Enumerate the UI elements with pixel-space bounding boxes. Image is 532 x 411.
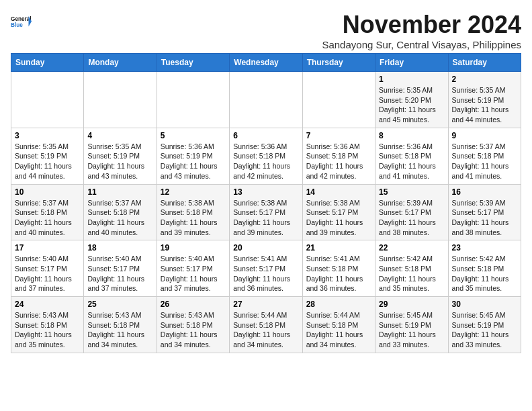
day-number: 10 (15, 187, 80, 197)
day-info: Sunrise: 5:40 AMSunset: 5:17 PMDaylight:… (161, 254, 226, 293)
calendar-cell (11, 72, 84, 128)
calendar-cell: 6Sunrise: 5:36 AMSunset: 5:18 PMDaylight… (230, 128, 302, 184)
day-number: 19 (161, 243, 226, 253)
calendar-cell: 27Sunrise: 5:44 AMSunset: 5:18 PMDayligh… (230, 297, 302, 353)
day-number: 9 (452, 131, 517, 140)
calendar-cell: 20Sunrise: 5:41 AMSunset: 5:17 PMDayligh… (230, 240, 302, 297)
day-info: Sunrise: 5:45 AMSunset: 5:19 PMDaylight:… (379, 310, 444, 350)
day-info: Sunrise: 5:38 AMSunset: 5:17 PMDaylight:… (233, 198, 298, 238)
svg-text:Blue: Blue (11, 22, 23, 28)
day-info: Sunrise: 5:45 AMSunset: 5:19 PMDaylight:… (452, 310, 517, 350)
logo-icon: GeneralBlue (11, 11, 32, 32)
day-info: Sunrise: 5:43 AMSunset: 5:18 PMDaylight:… (161, 310, 226, 350)
day-number: 12 (161, 187, 226, 197)
calendar-row-5: 24Sunrise: 5:43 AMSunset: 5:18 PMDayligh… (11, 297, 521, 353)
day-number: 13 (233, 187, 298, 197)
day-number: 18 (87, 243, 152, 253)
day-info: Sunrise: 5:37 AMSunset: 5:18 PMDaylight:… (87, 198, 152, 238)
header-monday: Monday (84, 54, 157, 72)
day-number: 6 (233, 131, 298, 140)
svg-text:General: General (11, 16, 32, 22)
calendar-cell: 21Sunrise: 5:41 AMSunset: 5:18 PMDayligh… (302, 240, 375, 297)
calendar-cell: 26Sunrise: 5:43 AMSunset: 5:18 PMDayligh… (157, 297, 229, 353)
header-tuesday: Tuesday (157, 54, 229, 72)
header-thursday: Thursday (302, 54, 375, 72)
calendar-cell: 29Sunrise: 5:45 AMSunset: 5:19 PMDayligh… (375, 297, 448, 353)
day-number: 28 (306, 300, 371, 309)
month-title: November 2024 (322, 11, 521, 39)
day-info: Sunrise: 5:35 AMSunset: 5:19 PMDaylight:… (452, 85, 517, 125)
day-info: Sunrise: 5:35 AMSunset: 5:19 PMDaylight:… (87, 142, 152, 181)
day-info: Sunrise: 5:35 AMSunset: 5:20 PMDaylight:… (379, 85, 444, 125)
calendar-cell: 1Sunrise: 5:35 AMSunset: 5:20 PMDaylight… (375, 72, 448, 128)
day-number: 7 (306, 131, 371, 140)
calendar-cell: 7Sunrise: 5:36 AMSunset: 5:18 PMDaylight… (302, 128, 375, 184)
calendar-body: 1Sunrise: 5:35 AMSunset: 5:20 PMDaylight… (11, 72, 521, 353)
calendar-cell: 23Sunrise: 5:42 AMSunset: 5:18 PMDayligh… (448, 240, 521, 297)
calendar-cell: 2Sunrise: 5:35 AMSunset: 5:19 PMDaylight… (448, 72, 521, 128)
calendar-cell (302, 72, 375, 128)
calendar-cell (230, 72, 302, 128)
calendar-cell: 9Sunrise: 5:37 AMSunset: 5:18 PMDaylight… (448, 128, 521, 184)
calendar-row-2: 3Sunrise: 5:35 AMSunset: 5:19 PMDaylight… (11, 128, 521, 184)
day-info: Sunrise: 5:40 AMSunset: 5:17 PMDaylight:… (87, 254, 152, 293)
day-info: Sunrise: 5:36 AMSunset: 5:18 PMDaylight:… (379, 142, 444, 181)
day-number: 23 (452, 243, 517, 253)
day-number: 2 (452, 75, 517, 84)
title-block: November 2024 Sandayong Sur, Central Vis… (322, 11, 521, 50)
calendar-cell: 5Sunrise: 5:36 AMSunset: 5:19 PMDaylight… (157, 128, 229, 184)
calendar-cell: 10Sunrise: 5:37 AMSunset: 5:18 PMDayligh… (11, 184, 84, 240)
day-header-row: SundayMondayTuesdayWednesdayThursdayFrid… (11, 54, 521, 72)
header-wednesday: Wednesday (230, 54, 302, 72)
calendar-cell: 12Sunrise: 5:38 AMSunset: 5:18 PMDayligh… (157, 184, 229, 240)
calendar-cell (84, 72, 157, 128)
day-info: Sunrise: 5:43 AMSunset: 5:18 PMDaylight:… (15, 310, 80, 350)
page-header: GeneralBlue General Blue November 2024 S… (11, 11, 521, 50)
location-subtitle: Sandayong Sur, Central Visayas, Philippi… (322, 39, 521, 50)
day-info: Sunrise: 5:37 AMSunset: 5:18 PMDaylight:… (15, 198, 80, 238)
calendar-cell: 24Sunrise: 5:43 AMSunset: 5:18 PMDayligh… (11, 297, 84, 353)
day-info: Sunrise: 5:43 AMSunset: 5:18 PMDaylight:… (87, 310, 152, 350)
calendar-cell: 19Sunrise: 5:40 AMSunset: 5:17 PMDayligh… (157, 240, 229, 297)
calendar-row-1: 1Sunrise: 5:35 AMSunset: 5:20 PMDaylight… (11, 72, 521, 128)
day-number: 25 (87, 300, 152, 309)
day-number: 20 (233, 243, 298, 253)
day-number: 24 (15, 300, 80, 309)
day-number: 15 (379, 187, 444, 197)
calendar-cell: 18Sunrise: 5:40 AMSunset: 5:17 PMDayligh… (84, 240, 157, 297)
day-info: Sunrise: 5:35 AMSunset: 5:19 PMDaylight:… (15, 142, 80, 181)
calendar-cell: 14Sunrise: 5:38 AMSunset: 5:17 PMDayligh… (302, 184, 375, 240)
day-info: Sunrise: 5:38 AMSunset: 5:18 PMDaylight:… (161, 198, 226, 238)
header-saturday: Saturday (448, 54, 521, 72)
header-sunday: Sunday (11, 54, 84, 72)
day-info: Sunrise: 5:40 AMSunset: 5:17 PMDaylight:… (15, 254, 80, 293)
day-number: 30 (452, 300, 517, 309)
calendar-cell: 8Sunrise: 5:36 AMSunset: 5:18 PMDaylight… (375, 128, 448, 184)
day-number: 14 (306, 187, 371, 197)
calendar-cell (157, 72, 229, 128)
day-info: Sunrise: 5:36 AMSunset: 5:18 PMDaylight:… (233, 142, 298, 181)
day-number: 8 (379, 131, 444, 140)
day-number: 4 (87, 131, 152, 140)
day-info: Sunrise: 5:36 AMSunset: 5:19 PMDaylight:… (161, 142, 226, 181)
calendar-cell: 4Sunrise: 5:35 AMSunset: 5:19 PMDaylight… (84, 128, 157, 184)
day-number: 29 (379, 300, 444, 309)
day-number: 21 (306, 243, 371, 253)
day-info: Sunrise: 5:41 AMSunset: 5:17 PMDaylight:… (233, 254, 298, 293)
calendar-cell: 28Sunrise: 5:44 AMSunset: 5:18 PMDayligh… (302, 297, 375, 353)
day-info: Sunrise: 5:41 AMSunset: 5:18 PMDaylight:… (306, 254, 371, 293)
day-info: Sunrise: 5:39 AMSunset: 5:17 PMDaylight:… (452, 198, 517, 238)
day-number: 11 (87, 187, 152, 197)
day-info: Sunrise: 5:38 AMSunset: 5:17 PMDaylight:… (306, 198, 371, 238)
day-info: Sunrise: 5:36 AMSunset: 5:18 PMDaylight:… (306, 142, 371, 181)
calendar-table: SundayMondayTuesdayWednesdayThursdayFrid… (11, 53, 521, 353)
calendar-cell: 17Sunrise: 5:40 AMSunset: 5:17 PMDayligh… (11, 240, 84, 297)
day-number: 1 (379, 75, 444, 84)
day-info: Sunrise: 5:42 AMSunset: 5:18 PMDaylight:… (452, 254, 517, 293)
day-number: 3 (15, 131, 80, 140)
calendar-row-3: 10Sunrise: 5:37 AMSunset: 5:18 PMDayligh… (11, 184, 521, 240)
day-info: Sunrise: 5:44 AMSunset: 5:18 PMDaylight:… (233, 310, 298, 350)
logo: GeneralBlue General Blue (11, 11, 32, 32)
day-info: Sunrise: 5:44 AMSunset: 5:18 PMDaylight:… (306, 310, 371, 350)
day-number: 22 (379, 243, 444, 253)
